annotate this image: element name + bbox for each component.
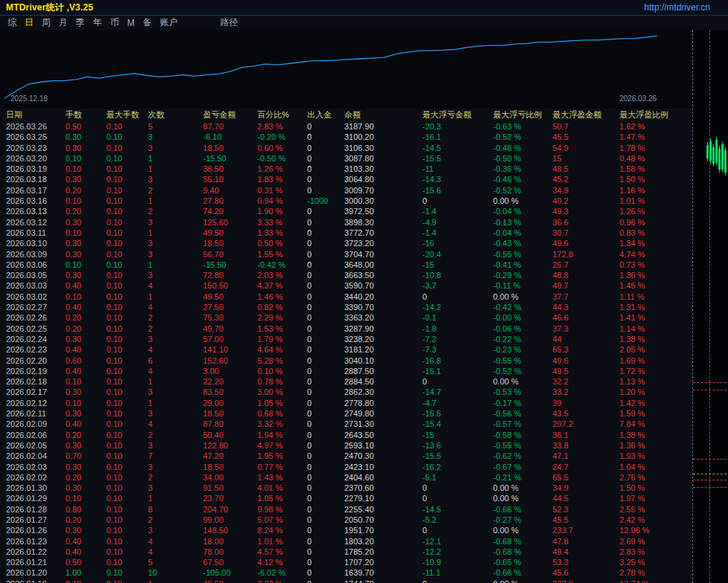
cell-date: 2026.02.19 xyxy=(0,366,63,376)
table-row[interactable]: 2026.03.190.100.10138.501.26 %03103.30-1… xyxy=(0,164,692,174)
table-row[interactable]: 2026.02.040.700.10747.201.95 %02470.30-1… xyxy=(0,451,692,461)
cell-deposit: 0 xyxy=(305,249,342,260)
app-url-link[interactable]: http://mtdriver.cn xyxy=(644,2,710,13)
cell-pl_pct: -0.42 % xyxy=(255,260,305,270)
cell-max_lots: 0.10 xyxy=(104,228,146,238)
table-row[interactable]: 2026.02.250.200.10249.701.53 %03287.90-1… xyxy=(0,323,692,334)
table-row[interactable]: 2026.03.110.100.10149.501.33 %03772.70-1… xyxy=(0,228,692,238)
cell-pl_pct: 4.12 % xyxy=(255,557,305,567)
cell-balance: 3898.30 xyxy=(342,217,420,228)
table-row[interactable]: 2026.03.130.200.10274.201.90 %03972.50-1… xyxy=(0,206,692,216)
table-row[interactable]: 2026.03.050.300.10372.802.03 %03663.50-1… xyxy=(0,270,692,280)
cell-pl_pct: 0.31 % xyxy=(255,185,305,196)
cell-balance: 3772.70 xyxy=(342,228,420,238)
cell-pl_pct: 3.32 % xyxy=(255,419,305,429)
table-row[interactable]: 2026.02.230.400.104141.104.64 %03181.20-… xyxy=(0,344,692,355)
table-row[interactable]: 2026.02.020.200.10234.001.43 %02404.60-5… xyxy=(0,472,692,483)
menu-item-zong[interactable]: 综 xyxy=(7,16,16,29)
table-row[interactable]: 2026.02.270.400.10427.500.82 %03390.70-1… xyxy=(0,302,692,312)
cell-pl_pct: 1.46 % xyxy=(255,292,305,302)
table-row[interactable]: 2026.03.200.100.101-15.50-0.50 %03087.80… xyxy=(0,153,692,164)
table-row[interactable]: 2026.02.260.200.10275.302.29 %03363.20-0… xyxy=(0,312,692,323)
table-row[interactable]: 2026.03.100.300.10318.500.50 %03723.20-1… xyxy=(0,238,692,248)
menu-item-ri[interactable]: 日 xyxy=(25,16,33,29)
cell-max_float_profit_pct: 2.83 % xyxy=(617,547,692,557)
table-row[interactable]: 2026.01.210.500.10567.504.12 %01707.20-1… xyxy=(0,557,692,567)
table-row[interactable]: 2026.03.180.300.10355.101.83 %03064.80-1… xyxy=(0,174,692,184)
table-row[interactable]: 2026.02.180.100.10122.200.78 %02884.5000… xyxy=(0,376,692,387)
table-row[interactable]: 2026.02.120.100.10129.001.05 %02778.80-4… xyxy=(0,398,692,408)
table-row[interactable]: 2026.03.160.100.10127.800.94 %-10003000.… xyxy=(0,196,692,206)
menu-item-zhanghu[interactable]: 账户 xyxy=(160,16,178,29)
cell-max_float_profit: 37.3 xyxy=(550,323,617,334)
table-row[interactable]: 2026.01.300.300.10391.504.01 %02370.6000… xyxy=(0,483,692,493)
table-row[interactable]: 2026.01.190.100.10149.502.92 %01744.7000… xyxy=(0,579,692,583)
cell-pl_pct: 0.60 % xyxy=(255,143,305,153)
cell-lots: 0.10 xyxy=(63,196,104,206)
cell-balance: 2255.40 xyxy=(342,504,420,515)
cell-balance: 2404.60 xyxy=(342,472,420,483)
cell-date: 2026.01.21 xyxy=(0,557,63,567)
cell-max_float_profit: 53.3 xyxy=(550,557,617,567)
table-row[interactable]: 2026.02.170.300.10383.503.00 %02862.30-1… xyxy=(0,387,692,397)
menu-item-zhou[interactable]: 周 xyxy=(42,16,51,29)
cell-date: 2026.01.29 xyxy=(0,493,63,503)
cell-date: 2026.02.03 xyxy=(0,462,63,472)
cell-max_lots: 0.10 xyxy=(104,238,146,248)
menu-item-nian[interactable]: 年 xyxy=(93,16,102,29)
table-row[interactable]: 2026.02.060.200.10250.401.94 %02643.50-1… xyxy=(0,430,692,440)
table-row[interactable]: 2026.01.290.100.10123.701.05 %02279.1000… xyxy=(0,493,692,503)
table-row[interactable]: 2026.03.230.300.10318.500.60 %03106.30-1… xyxy=(0,143,692,153)
cell-max_float_profit: 30.7 xyxy=(550,228,617,238)
cell-max_float_loss_pct: -0.65 % xyxy=(491,557,550,567)
cell-max_lots: 0.10 xyxy=(104,557,146,567)
table-row[interactable]: 2026.02.030.300.10318.500.77 %02423.10-1… xyxy=(0,462,692,472)
table-row[interactable]: 2026.02.200.600.106152.605.28 %03040.10-… xyxy=(0,355,692,366)
table-row[interactable]: 2026.03.060.100.101-15.50-0.42 %03648.00… xyxy=(0,260,692,270)
table-row[interactable]: 2026.02.190.400.1043.000.10 %02887.50-15… xyxy=(0,366,692,376)
cell-lots: 0.10 xyxy=(63,228,104,238)
menu-item-bei[interactable]: 备 xyxy=(143,16,152,29)
menu-item-m[interactable]: M xyxy=(127,18,135,28)
table-row[interactable]: 2026.02.050.300.103122.804.97 %02593.10-… xyxy=(0,440,692,451)
cell-max_float_loss: -15.5 xyxy=(420,153,491,164)
cell-pl_amount: 22.20 xyxy=(201,376,255,387)
cell-lots: 0.80 xyxy=(63,504,104,515)
cell-lots: 0.20 xyxy=(63,185,104,196)
cell-deposit: 0 xyxy=(305,493,342,503)
table-row[interactable]: 2026.02.090.400.10487.803.32 %02731.30-1… xyxy=(0,419,692,429)
cell-deposit: 0 xyxy=(305,366,342,376)
table-row[interactable]: 2026.02.110.300.10318.500.68 %02749.80-1… xyxy=(0,408,692,419)
table-row[interactable]: 2026.03.090.300.10356.701.55 %03704.70-2… xyxy=(0,249,692,260)
cell-pl_pct: -6.02 % xyxy=(255,567,305,578)
menu-item-lujing[interactable]: 路径 xyxy=(220,16,238,29)
cell-max_lots: 0.10 xyxy=(104,280,146,291)
table-row[interactable]: 2026.03.170.200.1029.400.31 %03009.70-15… xyxy=(0,185,692,196)
cell-pl_amount: -15.50 xyxy=(201,260,255,270)
table-row[interactable]: 2026.03.020.100.10149.501.46 %03440.2000… xyxy=(0,292,692,302)
table-row[interactable]: 2026.01.201.000.1010-105.00-6.02 %01639.… xyxy=(0,567,692,578)
table-row[interactable]: 2026.01.280.800.108204.709.98 %02255.40-… xyxy=(0,504,692,515)
cell-max_float_loss: -15.1 xyxy=(420,366,491,376)
cell-pl_amount: 72.80 xyxy=(201,270,255,280)
menu-item-yue[interactable]: 月 xyxy=(59,16,68,29)
table-row[interactable]: 2026.03.030.400.104150.504.37 %03590.70-… xyxy=(0,280,692,291)
cell-max_lots: 0.10 xyxy=(104,376,146,387)
cell-pl_amount: 99.00 xyxy=(201,515,255,525)
table-row[interactable]: 2026.03.260.500.10587.702.83 %03187.90-2… xyxy=(0,121,692,132)
cell-pl_amount: 49.50 xyxy=(201,228,255,238)
cell-max_float_profit_pct: 0.48 % xyxy=(617,153,692,164)
cell-max_float_loss_pct: -0.53 % xyxy=(491,387,550,397)
column-header-max_float_loss: 最大浮亏金额 xyxy=(420,109,491,121)
table-row[interactable]: 2026.03.120.300.103125.603.33 %03898.30-… xyxy=(0,217,692,228)
table-row[interactable]: 2026.02.240.300.10357.001.79 %03238.20-7… xyxy=(0,334,692,344)
menu-item-bi[interactable]: 币 xyxy=(110,16,119,29)
table-row[interactable]: 2026.01.260.300.103148.508.24 %01951.700… xyxy=(0,525,692,535)
table-row[interactable]: 2026.01.220.400.10478.004.57 %01785.20-1… xyxy=(0,547,692,557)
menu-item-ji[interactable]: 季 xyxy=(76,16,85,29)
cell-max_lots: 0.10 xyxy=(104,451,146,461)
table-row[interactable]: 2026.01.270.200.10299.005.07 %02050.70-5… xyxy=(0,515,692,525)
table-row[interactable]: 2026.03.250.300.103-6.10-0.20 %03100.20-… xyxy=(0,132,692,142)
table-row[interactable]: 2026.01.230.400.10418.001.01 %01803.20-1… xyxy=(0,536,692,547)
cell-balance: 2643.50 xyxy=(342,430,420,440)
